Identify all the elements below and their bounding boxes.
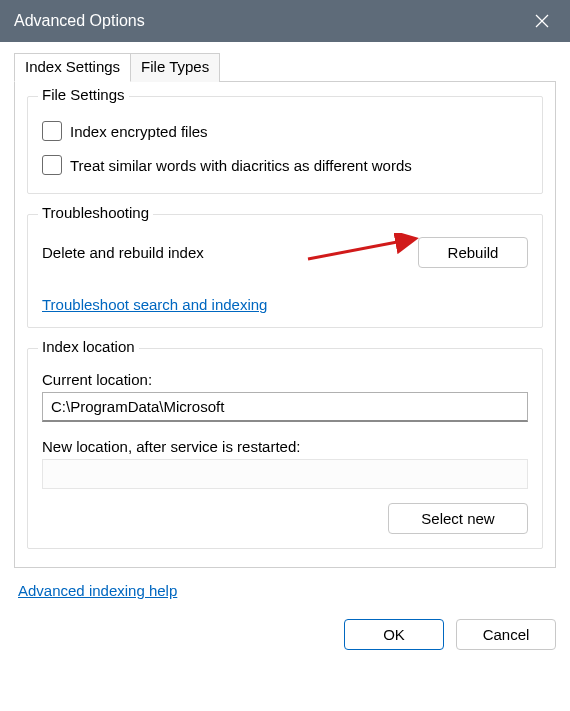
legend-file-settings: File Settings [38,86,129,103]
rebuild-button[interactable]: Rebuild [418,237,528,268]
new-location-field[interactable] [42,459,528,489]
tab-file-types[interactable]: File Types [130,53,220,82]
troubleshoot-link[interactable]: Troubleshoot search and indexing [42,296,267,313]
client-area: Index Settings File Types File Settings … [0,42,570,664]
tab-index-settings[interactable]: Index Settings [14,53,131,82]
tab-label: File Types [141,58,209,75]
select-new-button[interactable]: Select new [388,503,528,534]
checkbox-index-encrypted[interactable] [42,121,62,141]
legend-troubleshooting: Troubleshooting [38,204,153,221]
group-troubleshooting: Troubleshooting Delete and rebuild index… [27,214,543,328]
close-button[interactable] [528,7,556,35]
titlebar: Advanced Options [0,0,570,42]
tab-page: File Settings Index encrypted files Trea… [14,81,556,568]
label-delete-rebuild: Delete and rebuild index [42,244,204,261]
row-diacritics: Treat similar words with diacritics as d… [42,155,528,175]
label-new-location: New location, after service is restarted… [42,438,528,455]
label-index-encrypted: Index encrypted files [70,123,208,140]
row-index-encrypted: Index encrypted files [42,121,528,141]
label-diacritics: Treat similar words with diacritics as d… [70,157,412,174]
checkbox-diacritics[interactable] [42,155,62,175]
advanced-indexing-help-link[interactable]: Advanced indexing help [18,582,177,599]
footer-help: Advanced indexing help [18,582,556,599]
tab-label: Index Settings [25,58,120,75]
legend-index-location: Index location [38,338,139,355]
group-file-settings: File Settings Index encrypted files Trea… [27,96,543,194]
close-icon [535,14,549,28]
current-location-field[interactable] [42,392,528,422]
label-current-location: Current location: [42,371,528,388]
row-rebuild: Delete and rebuild index Rebuild [42,237,528,268]
row-select-new: Select new [42,503,528,534]
group-index-location: Index location Current location: New loc… [27,348,543,549]
dialog-button-bar: OK Cancel [14,613,556,650]
cancel-button[interactable]: Cancel [456,619,556,650]
window-title: Advanced Options [14,12,145,30]
tab-strip: Index Settings File Types [14,52,556,81]
ok-button[interactable]: OK [344,619,444,650]
